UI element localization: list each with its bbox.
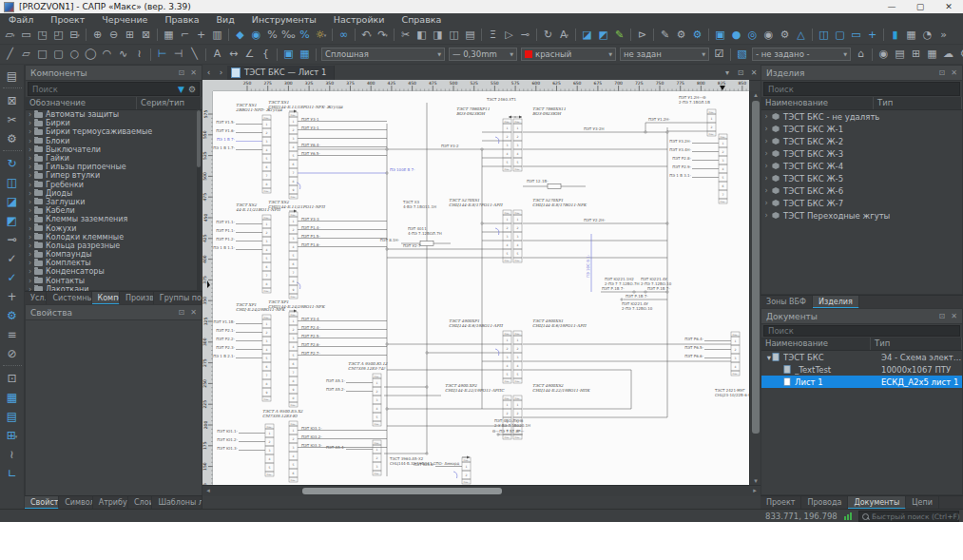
new-doc-button[interactable]: ▭ — [18, 28, 34, 43]
chevron-right-icon[interactable]: › — [761, 186, 771, 195]
rect-button[interactable]: □ — [34, 47, 50, 62]
percent-3-button[interactable]: % — [297, 28, 313, 43]
tree-item[interactable]: ›Гребенки — [26, 181, 202, 189]
add-node-button[interactable]: + — [864, 28, 880, 43]
menu-item-черчение[interactable]: Черчение — [93, 13, 156, 26]
vertical-scrollbar-thumb[interactable] — [752, 101, 760, 434]
products-search-input[interactable] — [764, 85, 959, 94]
schematic-canvas[interactable]: Конт12345678КонтКонт123456789КонтКонт123… — [213, 91, 749, 485]
redo-button[interactable]: ↷▾ — [375, 28, 391, 43]
next-sheet-button[interactable]: › — [215, 68, 227, 77]
chevron-right-icon[interactable]: › — [761, 112, 771, 121]
net-1-button[interactable]: ◆ — [232, 28, 248, 43]
menu-item-настройки[interactable]: Настройки — [325, 13, 394, 26]
horizontal-scrollbar[interactable]: ◂ ▸ — [202, 485, 761, 496]
chip-button[interactable]: ▣ — [712, 28, 728, 43]
tab-слои[interactable]: Слои — [128, 496, 152, 510]
chevron-right-icon[interactable]: › — [26, 277, 34, 285]
tree-scrollbar-thumb[interactable] — [197, 110, 201, 167]
check-style-button[interactable]: ☑ — [711, 47, 727, 62]
close-panel-icon[interactable]: ✕ — [190, 68, 197, 77]
doc-tool-button[interactable]: ▤ — [2, 67, 23, 86]
product-item[interactable]: ›ТЭСТ БКС Ж-3 — [761, 147, 962, 160]
chevron-right-icon[interactable]: › — [761, 211, 771, 220]
stack-button[interactable]: ≡ — [2, 325, 23, 344]
check-a-button[interactable]: ✓ — [2, 249, 23, 268]
close-panel-icon[interactable]: ✕ — [951, 68, 957, 77]
chevron-right-icon[interactable]: › — [26, 110, 34, 119]
connector-block[interactable]: Конт12345КонтКонт12345Конт — [503, 210, 522, 262]
wire-style-select[interactable]: не задан▼ — [620, 48, 709, 61]
float-panel-icon[interactable]: ⊡ — [179, 68, 185, 77]
tab-проект[interactable]: Проект — [761, 496, 801, 510]
connector-block[interactable]: Конт1234567Конт — [719, 134, 727, 203]
sphere-button[interactable]: ● — [728, 28, 744, 43]
tab-усл-[interactable]: Усл... — [25, 292, 47, 305]
tree-item[interactable]: ›Бирки термоусаживаемые — [26, 127, 202, 136]
edit-button[interactable]: ✎ — [611, 28, 627, 43]
tab-свойства[interactable]: Свойства — [25, 496, 59, 510]
connector-block[interactable]: Конт12345КонтКонт12345Конт — [503, 119, 522, 171]
connector-block[interactable]: Конт1234567890Конт — [289, 312, 298, 407]
chevron-right-icon[interactable]: › — [761, 162, 771, 170]
tree-item[interactable]: ›Кожухи — [26, 223, 202, 232]
table-2-button[interactable]: ▦ — [924, 47, 940, 62]
fill-zone-button[interactable]: ▧ — [734, 47, 750, 62]
prev-sheet-button[interactable]: ‹ — [202, 68, 215, 77]
quick-search-box[interactable]: Быстрый поиск (Ctrl+F) — [858, 511, 959, 522]
crosshair-button[interactable]: + — [193, 28, 209, 43]
conn-1-button[interactable]: ⊢ — [154, 47, 170, 62]
brace-button[interactable]: { — [258, 47, 274, 62]
block-1-button[interactable]: ◪ — [579, 28, 595, 43]
chevron-right-icon[interactable]: › — [26, 181, 34, 189]
column-type[interactable]: Тип — [871, 338, 962, 350]
block-2-button[interactable]: ◩ — [595, 28, 611, 43]
chevron-right-icon[interactable]: › — [26, 250, 34, 259]
bookmark-button[interactable]: ▮ — [887, 28, 903, 43]
tree-item[interactable]: ›Диоды — [26, 189, 202, 198]
zoom-in-button[interactable]: ⊕ — [89, 28, 106, 43]
settings-icon[interactable]: ⚙ — [188, 85, 196, 94]
tree-item[interactable]: ›Конденсаторы — [26, 267, 202, 276]
tab-символы[interactable]: Символы — [59, 496, 92, 510]
more-button[interactable]: » — [935, 28, 952, 43]
chevron-right-icon[interactable]: › — [761, 137, 771, 145]
chevron-right-icon[interactable]: › — [26, 145, 34, 154]
menu-item-проект[interactable]: Проект — [42, 13, 93, 26]
no-tool-button[interactable]: ⊘ — [2, 344, 23, 363]
tree-item[interactable]: ›Колодки клеммные — [26, 233, 202, 241]
column-designation[interactable]: Обозначение — [26, 97, 137, 109]
minimize-button[interactable]: — — [877, 2, 906, 11]
connector-block[interactable]: Конт123456Конт — [289, 421, 298, 482]
chevron-right-icon[interactable]: › — [26, 267, 34, 276]
menu-item-файл[interactable]: Файл — [0, 13, 42, 26]
plus-tool-button[interactable]: + — [2, 287, 23, 306]
wire-check-button[interactable]: ⊸ — [2, 230, 23, 249]
product-item[interactable]: ›ТЭСТ БКС Ж-4 — [761, 160, 962, 172]
close-panel-icon[interactable]: ✕ — [190, 308, 197, 317]
chip-b-button[interactable]: ◪ — [2, 192, 23, 211]
clock-button[interactable]: ◔ — [919, 28, 935, 43]
rotate-select-button[interactable]: ↻ — [2, 154, 23, 173]
globe-button[interactable]: ◉ — [761, 28, 777, 43]
tab-зоны-вбф[interactable]: Зоны ВБФ — [761, 296, 813, 309]
close-button[interactable]: ✕ — [934, 2, 963, 11]
play-button[interactable]: ▷ — [501, 28, 517, 43]
product-item[interactable]: ›ТЭСТ БКС Ж-7 — [761, 197, 962, 209]
tree-item[interactable]: ›Компаунды — [26, 250, 202, 259]
layers-button[interactable]: ▥ — [209, 28, 225, 43]
chevron-right-icon[interactable]: › — [26, 198, 34, 206]
connector-block[interactable]: Конт12345КонтКонт12345Конт — [503, 331, 522, 383]
gear-3-button[interactable]: ⚙ — [777, 28, 793, 43]
product-item[interactable]: ›ТЭСТ БКС Ж-6 — [761, 184, 962, 197]
chevron-right-icon[interactable]: › — [26, 163, 34, 171]
connector-block[interactable]: Конт123456789Конт — [289, 212, 298, 299]
angle-button[interactable]: ∠ — [241, 47, 258, 62]
chevron-right-icon[interactable]: › — [26, 224, 34, 233]
chevron-right-icon[interactable]: › — [26, 119, 34, 127]
print-button[interactable]: ⊟▾ — [67, 28, 83, 43]
filter-icon[interactable]: ▼ — [178, 85, 184, 94]
chevron-right-icon[interactable]: › — [26, 233, 34, 241]
tab-изделия[interactable]: Изделия — [813, 296, 859, 309]
connector-block[interactable]: Конт12Конт — [462, 457, 471, 484]
